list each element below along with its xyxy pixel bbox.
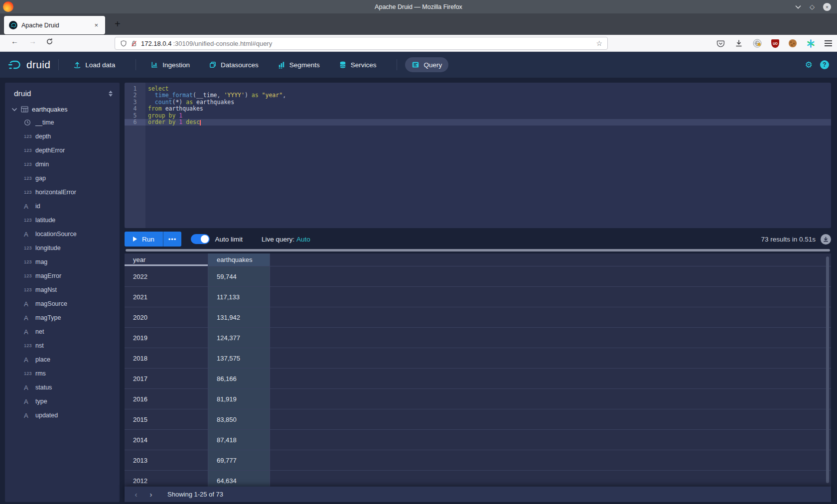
forward-icon[interactable]: → bbox=[29, 37, 36, 45]
tracking-shield-icon[interactable] bbox=[120, 40, 127, 47]
prev-page-icon[interactable]: ‹ bbox=[129, 490, 143, 499]
sql-editor[interactable]: 1select2 time_format(__time, 'YYYY') as … bbox=[125, 83, 831, 228]
bookmark-star-icon[interactable]: ☆ bbox=[596, 39, 602, 47]
earthquakes-cell[interactable]: 81,919 bbox=[208, 389, 270, 409]
pocket-icon[interactable] bbox=[716, 39, 725, 48]
sidebar-column-type[interactable]: Atype bbox=[5, 394, 120, 408]
pane-scrollbar-horizontal[interactable] bbox=[126, 249, 830, 252]
sidebar-column-mag[interactable]: 123mag bbox=[5, 255, 120, 269]
download-results-icon[interactable] bbox=[821, 234, 831, 245]
tab-close-icon[interactable]: × bbox=[92, 20, 100, 30]
new-tab-button[interactable]: + bbox=[112, 18, 124, 30]
nav-item-query[interactable]: Query bbox=[405, 57, 448, 72]
earthquakes-cell[interactable]: 131,942 bbox=[208, 307, 270, 328]
browser-tab[interactable]: Apache Druid × bbox=[4, 16, 105, 34]
year-cell[interactable]: 2017 bbox=[125, 369, 208, 389]
sidebar-table-earthquakes[interactable]: earthquakes bbox=[5, 103, 120, 116]
run-label: Run bbox=[142, 236, 154, 243]
sidebar-column-net[interactable]: Anet bbox=[5, 325, 120, 339]
sidebar-column-updated[interactable]: Aupdated bbox=[5, 408, 120, 422]
sidebar-column-magSource[interactable]: AmagSource bbox=[5, 297, 120, 311]
sidebar-column-depthError[interactable]: 123depthError bbox=[5, 143, 120, 157]
sidebar-column-magNst[interactable]: 123magNst bbox=[5, 283, 120, 297]
sidebar-column-locationSource[interactable]: AlocationSource bbox=[5, 227, 120, 241]
year-cell[interactable]: 2021 bbox=[125, 287, 208, 307]
sidebar-column-rms[interactable]: 123rms bbox=[5, 367, 120, 380]
extensions-icon[interactable] bbox=[753, 39, 762, 48]
auto-limit-toggle[interactable] bbox=[191, 234, 210, 244]
year-cell[interactable]: 2022 bbox=[125, 266, 208, 287]
schema-selector[interactable]: druid bbox=[5, 83, 120, 103]
sidebar-column-gap[interactable]: 123gap bbox=[5, 171, 120, 185]
sidebar-column-horizontalError[interactable]: 123horizontalError bbox=[5, 185, 120, 199]
url-bar[interactable]: 172.18.0.4:30109/unified-console.html#qu… bbox=[115, 37, 608, 50]
editor-line-1[interactable]: 1select bbox=[125, 86, 831, 92]
sidebar-column-nst[interactable]: 123nst bbox=[5, 339, 120, 353]
earthquakes-cell[interactable]: 69,777 bbox=[208, 450, 270, 471]
editor-line-3[interactable]: 3 count(*) as earthquakes bbox=[125, 99, 831, 106]
minimize-icon[interactable] bbox=[795, 5, 801, 9]
result-row-2021: 2021117,133 bbox=[125, 287, 831, 307]
druid-logo[interactable]: druid bbox=[8, 59, 50, 71]
column-header-earthquakes[interactable]: earthquakes bbox=[208, 253, 270, 266]
editor-line-6[interactable]: 6order by 1 desc bbox=[125, 119, 831, 126]
nav-item-datasources[interactable]: Datasources bbox=[202, 57, 265, 72]
earthquakes-cell[interactable]: 86,166 bbox=[208, 369, 270, 389]
column-name: locationSource bbox=[35, 231, 77, 238]
help-icon[interactable]: ? bbox=[820, 60, 829, 69]
sidebar-column-magError[interactable]: 123magError bbox=[5, 269, 120, 283]
double-caret-icon[interactable] bbox=[109, 91, 113, 97]
editor-line-5[interactable]: 5group by 1 bbox=[125, 113, 831, 119]
sidebar-column-latitude[interactable]: 123latitude bbox=[5, 213, 120, 227]
number-type-icon: 123 bbox=[24, 371, 35, 376]
results-scrollbar-vertical[interactable] bbox=[826, 256, 829, 483]
close-window-icon[interactable]: × bbox=[823, 3, 831, 11]
editor-line-4[interactable]: 4from earthquakes bbox=[125, 106, 831, 112]
earthquakes-cell[interactable]: 117,133 bbox=[208, 287, 270, 307]
ublock-origin-icon[interactable]: UO bbox=[771, 39, 779, 48]
year-cell[interactable]: 2019 bbox=[125, 328, 208, 348]
next-page-icon[interactable]: › bbox=[143, 490, 158, 499]
code-text: select bbox=[145, 86, 169, 92]
string-type-icon: A bbox=[24, 398, 35, 405]
sidebar-column-longitude[interactable]: 123longitude bbox=[5, 241, 120, 255]
year-cell[interactable]: 2013 bbox=[125, 450, 208, 471]
year-cell[interactable]: 2018 bbox=[125, 348, 208, 369]
back-icon[interactable]: ← bbox=[11, 37, 18, 45]
downloads-icon[interactable] bbox=[734, 39, 743, 48]
sidebar-column-depth[interactable]: 123depth bbox=[5, 129, 120, 143]
sidebar-column-id[interactable]: Aid bbox=[5, 199, 120, 213]
sidebar-column-place[interactable]: Aplace bbox=[5, 353, 120, 367]
theme-extension-icon[interactable] bbox=[806, 39, 815, 48]
chevron-down-icon[interactable] bbox=[11, 108, 17, 112]
earthquakes-cell[interactable]: 59,744 bbox=[208, 266, 270, 287]
nav-item-segments[interactable]: Segments bbox=[271, 57, 326, 72]
year-cell[interactable]: 2015 bbox=[125, 409, 208, 430]
line-number: 4 bbox=[125, 106, 145, 112]
gear-icon[interactable]: ⚙ bbox=[805, 60, 813, 70]
nav-item-ingestion[interactable]: Ingestion bbox=[144, 57, 196, 72]
run-more-button[interactable]: ••• bbox=[163, 232, 182, 247]
cookie-extension-icon[interactable] bbox=[789, 39, 797, 47]
live-query-label[interactable]: Live query:Auto bbox=[262, 236, 310, 243]
earthquakes-cell[interactable]: 83,850 bbox=[208, 409, 270, 430]
earthquakes-cell[interactable]: 137,575 bbox=[208, 348, 270, 369]
insecure-lock-icon[interactable] bbox=[131, 40, 138, 47]
sidebar-column-__time[interactable]: __time bbox=[5, 116, 120, 129]
reload-icon[interactable] bbox=[46, 38, 53, 45]
year-cell[interactable]: 2020 bbox=[125, 307, 208, 328]
menu-icon[interactable] bbox=[825, 40, 832, 46]
nav-item-services[interactable]: Services bbox=[332, 57, 383, 72]
year-cell[interactable]: 2016 bbox=[125, 389, 208, 409]
sidebar-column-magType[interactable]: AmagType bbox=[5, 311, 120, 325]
maximize-icon[interactable]: ◇ bbox=[810, 3, 815, 10]
sidebar-column-status[interactable]: Astatus bbox=[5, 380, 120, 394]
sidebar-column-dmin[interactable]: 123dmin bbox=[5, 157, 120, 171]
earthquakes-cell[interactable]: 124,377 bbox=[208, 328, 270, 348]
year-cell[interactable]: 2014 bbox=[125, 430, 208, 450]
run-button[interactable]: Run bbox=[125, 232, 163, 247]
nav-item-load-data[interactable]: Load data bbox=[67, 57, 122, 72]
editor-line-2[interactable]: 2 time_format(__time, 'YYYY') as "year", bbox=[125, 92, 831, 99]
earthquakes-cell[interactable]: 87,418 bbox=[208, 430, 270, 450]
column-header-year[interactable]: year bbox=[125, 253, 208, 266]
